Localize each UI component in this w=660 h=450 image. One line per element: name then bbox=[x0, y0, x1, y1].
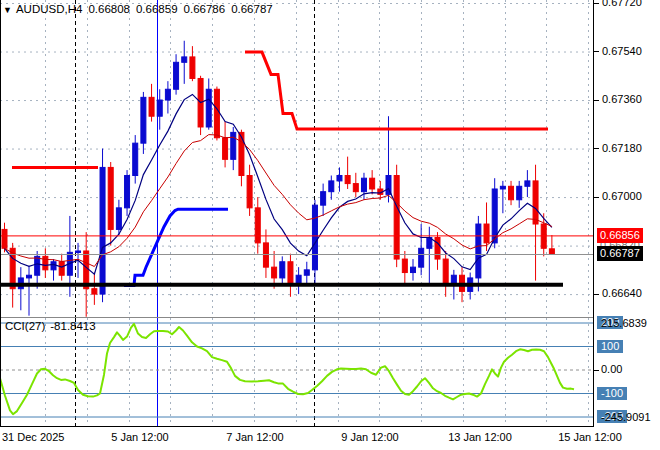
time-axis-label: 15 Jan 12:00 bbox=[558, 431, 622, 443]
time-axis[interactable]: 31 Dec 20255 Jan 12:007 Jan 12:009 Jan 1… bbox=[0, 427, 660, 450]
chart-header: ▼AUDUSD,H40.668080.668590.667860.66787 bbox=[3, 3, 279, 15]
candle-body bbox=[451, 275, 456, 283]
ask-price-badge: 0.66856 bbox=[597, 228, 643, 243]
candle-body bbox=[116, 208, 121, 230]
candle-body bbox=[125, 176, 130, 208]
time-axis-label: 31 Dec 2025 bbox=[2, 431, 64, 443]
candle-body bbox=[100, 167, 105, 294]
candle-body bbox=[533, 181, 538, 224]
price-axis-tick bbox=[594, 3, 599, 4]
candle-body bbox=[76, 251, 81, 253]
candle-body bbox=[141, 97, 146, 143]
candle-body bbox=[27, 275, 32, 278]
candle-body bbox=[263, 243, 268, 267]
candle-body bbox=[272, 267, 277, 278]
candle-body bbox=[231, 132, 236, 159]
indicator-value: -81.8413 bbox=[50, 320, 95, 332]
candle-body bbox=[157, 100, 162, 116]
candle-body bbox=[411, 267, 416, 272]
bid-price-badge: 0.66787 bbox=[597, 246, 643, 261]
candle-body bbox=[435, 238, 440, 260]
candle-body bbox=[133, 143, 138, 175]
candle-body bbox=[304, 270, 309, 275]
price-axis-label: 0.67000 bbox=[602, 190, 642, 202]
price-axis-tick bbox=[594, 100, 599, 101]
low-value: 0.66786 bbox=[184, 3, 226, 15]
candle-body bbox=[476, 224, 481, 278]
candle-body bbox=[345, 176, 350, 184]
candle-body bbox=[255, 208, 260, 243]
candle-body bbox=[239, 132, 244, 175]
main-price-chart[interactable] bbox=[0, 0, 594, 317]
candle-body bbox=[174, 62, 179, 89]
cci-scale-max: 215.6839 bbox=[601, 317, 647, 329]
collapse-triangle-icon[interactable]: ▼ bbox=[3, 5, 12, 15]
time-axis-label: 9 Jan 12:00 bbox=[341, 431, 399, 443]
candle-body bbox=[288, 262, 293, 284]
candle-body bbox=[329, 181, 334, 192]
candle-body bbox=[247, 176, 252, 208]
candle-body bbox=[165, 89, 170, 100]
price-axis-tick bbox=[594, 294, 599, 295]
chart-left-border bbox=[0, 0, 1, 427]
candle-body bbox=[296, 275, 301, 283]
cci-axis-tick bbox=[594, 370, 599, 371]
candle-body bbox=[35, 256, 40, 275]
candle-body bbox=[280, 262, 285, 278]
candle-body bbox=[394, 176, 399, 260]
candle-body bbox=[370, 178, 375, 189]
panel-separator[interactable] bbox=[0, 317, 594, 318]
red-step-trend-line[interactable] bbox=[245, 52, 548, 129]
time-axis-label: 5 Jan 12:00 bbox=[111, 431, 169, 443]
high-value: 0.66859 bbox=[136, 3, 178, 15]
cci-zero-label: 0.00 bbox=[601, 363, 622, 375]
candle-body bbox=[190, 57, 195, 79]
candle-body bbox=[214, 89, 219, 138]
candle-body bbox=[443, 259, 448, 283]
candle-body bbox=[500, 186, 505, 189]
candle-body bbox=[484, 224, 489, 243]
time-axis-label: 7 Jan 12:00 bbox=[226, 431, 284, 443]
indicator-label: CCI(27)-81.8413 bbox=[5, 320, 101, 332]
candle-body bbox=[353, 184, 358, 192]
candle-body bbox=[182, 57, 187, 62]
price-axis-tick bbox=[594, 51, 599, 52]
price-axis-label: 0.67180 bbox=[602, 142, 642, 154]
price-axis-tick bbox=[594, 148, 599, 149]
candle-body bbox=[2, 229, 7, 248]
candle-body bbox=[517, 186, 522, 199]
indicator-name: CCI(27) bbox=[5, 320, 45, 332]
cci-level-badge: -100 bbox=[597, 387, 627, 400]
candle-body bbox=[108, 167, 113, 229]
candle-body bbox=[223, 138, 228, 160]
candle-body bbox=[525, 181, 530, 186]
price-axis-tick bbox=[594, 197, 599, 198]
price-axis-label: 0.66640 bbox=[602, 287, 642, 299]
candle-body bbox=[92, 289, 97, 294]
cci-line bbox=[0, 324, 574, 414]
mt4-chart-window: ▼AUDUSD,H40.668080.668590.667860.66787 C… bbox=[0, 0, 660, 450]
candle-body bbox=[149, 97, 154, 116]
candle-body bbox=[43, 256, 48, 269]
candle-body bbox=[51, 262, 56, 270]
time-axis-label: 13 Jan 12:00 bbox=[448, 431, 512, 443]
open-value: 0.66808 bbox=[88, 3, 130, 15]
cci-level-badge: 100 bbox=[597, 340, 623, 353]
price-axis-label: 0.67540 bbox=[602, 45, 642, 57]
price-axis-label: 0.67720 bbox=[602, 0, 642, 8]
cci-scale-min: -245.9091 bbox=[601, 411, 651, 423]
candle-body bbox=[402, 259, 407, 272]
candle-body bbox=[321, 192, 326, 205]
close-value: 0.66787 bbox=[231, 3, 273, 15]
candle-body bbox=[312, 205, 317, 270]
price-axis[interactable]: 0.677200.675400.673600.671800.670000.666… bbox=[594, 0, 660, 427]
candle-body bbox=[361, 178, 366, 191]
candle-body bbox=[337, 176, 342, 181]
candle-body bbox=[509, 186, 514, 199]
cci-indicator-panel[interactable] bbox=[0, 318, 594, 427]
candle-body bbox=[549, 249, 554, 255]
candle-body bbox=[206, 89, 211, 127]
price-axis-label: 0.67360 bbox=[602, 93, 642, 105]
candle-body bbox=[59, 262, 64, 275]
symbol-timeframe-label: AUDUSD,H4 bbox=[16, 3, 82, 15]
